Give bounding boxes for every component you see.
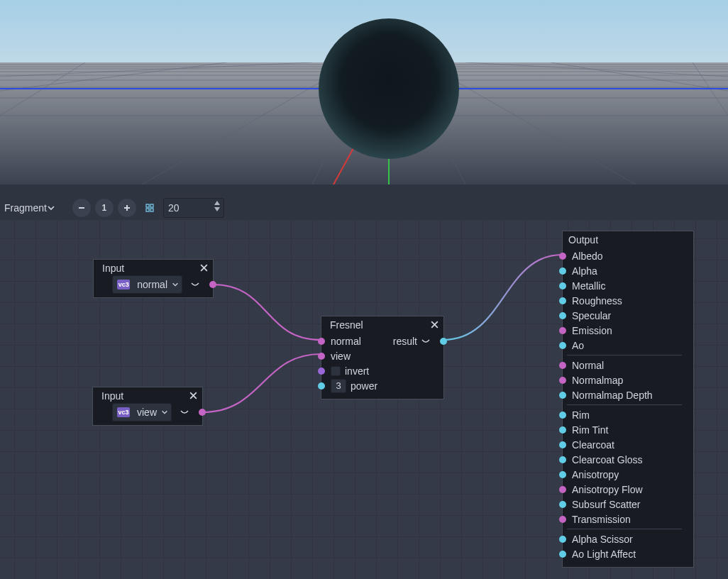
- output-port-row: Ao: [563, 338, 686, 353]
- input-port[interactable]: [559, 536, 566, 543]
- input-port[interactable]: [559, 471, 566, 478]
- output-port[interactable]: [199, 409, 206, 416]
- input-port[interactable]: [559, 312, 566, 319]
- grid-step-field[interactable]: 20: [163, 198, 224, 218]
- output-port-row: Normalmap Depth: [563, 387, 686, 402]
- input-variable-dropdown[interactable]: vc3 normal: [112, 275, 182, 294]
- node-close-button[interactable]: [189, 391, 198, 402]
- input-port[interactable]: [559, 297, 566, 304]
- node-close-button[interactable]: [199, 263, 209, 274]
- output-port-row: Specular: [563, 308, 686, 323]
- input-port[interactable]: [559, 551, 566, 558]
- output-port-row: Ao Light Affect: [563, 546, 686, 561]
- port-label: Rim Tint: [572, 424, 608, 436]
- node-graph[interactable]: Input vc3 normal Input v: [0, 220, 728, 579]
- invert-checkbox[interactable]: [331, 366, 341, 376]
- plus-icon: [123, 204, 131, 212]
- close-icon: [189, 391, 198, 400]
- port-label: power: [351, 380, 377, 392]
- close-icon: [430, 320, 439, 329]
- output-port-result[interactable]: [440, 338, 447, 345]
- input-port[interactable]: [559, 441, 566, 448]
- port-expand-icon[interactable]: [180, 408, 189, 417]
- input-port-view[interactable]: [318, 353, 325, 360]
- port-label: result: [393, 336, 417, 347]
- node-title: Output: [568, 234, 598, 246]
- preview-sphere: [319, 18, 459, 159]
- output-port-row: Rim: [563, 407, 686, 422]
- output-port-row: Albedo: [563, 248, 686, 263]
- port-label: Ao: [572, 340, 584, 351]
- grid-step-value: 20: [168, 202, 180, 214]
- output-port-row: Alpha Scissor: [563, 531, 686, 546]
- snap-toggle-button[interactable]: [140, 199, 159, 217]
- port-label: normal: [331, 336, 393, 347]
- output-port-row: Anisotropy Flow: [563, 482, 686, 497]
- separator: [567, 355, 682, 355]
- input-port-normal[interactable]: [318, 338, 325, 345]
- shader-type-dropdown[interactable]: Fragment: [0, 199, 60, 217]
- port-label: Subsurf Scatter: [572, 499, 641, 510]
- vec3-chip-icon: vc3: [117, 407, 130, 417]
- graph-toolbar: Fragment 1 20: [0, 196, 728, 220]
- input-variable-value: normal: [137, 279, 167, 290]
- input-port[interactable]: [559, 392, 566, 399]
- input-port[interactable]: [559, 362, 566, 369]
- output-port-row: Emission: [563, 323, 686, 338]
- node-fresnel[interactable]: Fresnel normal result view invert 3: [321, 316, 444, 399]
- node-output[interactable]: Output AlbedoAlphaMetallicRoughnessSpecu…: [562, 231, 694, 568]
- port-label: Anisotropy Flow: [572, 484, 643, 495]
- output-port-row: Normal: [563, 358, 686, 373]
- input-port[interactable]: [559, 327, 566, 334]
- shader-type-label: Fragment: [4, 202, 47, 214]
- port-label: Albedo: [572, 250, 603, 262]
- port-label: Rim: [572, 409, 590, 421]
- port-label: Ao Light Affect: [572, 548, 636, 560]
- output-port-row: Clearcoat: [563, 437, 686, 452]
- port-label: Roughness: [572, 295, 622, 307]
- input-port[interactable]: [559, 501, 566, 508]
- output-port-row: Roughness: [563, 293, 686, 308]
- input-port[interactable]: [559, 426, 566, 434]
- output-port-row: Anisotropy: [563, 467, 686, 482]
- port-expand-icon[interactable]: [421, 337, 430, 346]
- power-field[interactable]: 3: [331, 379, 346, 393]
- input-port[interactable]: [559, 412, 566, 419]
- input-port[interactable]: [559, 282, 566, 290]
- port-label: view: [331, 351, 351, 362]
- port-label: invert: [345, 365, 369, 377]
- input-port[interactable]: [559, 342, 566, 349]
- input-port[interactable]: [559, 516, 566, 523]
- node-title: Input: [102, 263, 124, 274]
- spinner-arrows-icon[interactable]: [214, 200, 221, 212]
- input-port[interactable]: [559, 377, 566, 384]
- node-title: Input: [101, 390, 123, 402]
- node-input-normal[interactable]: Input vc3 normal: [93, 259, 214, 298]
- port-label: Emission: [572, 325, 612, 336]
- input-variable-dropdown[interactable]: vc3 view: [112, 403, 172, 421]
- input-port[interactable]: [559, 268, 566, 275]
- zoom-in-button[interactable]: [118, 199, 136, 217]
- separator: [567, 529, 682, 529]
- input-port[interactable]: [559, 486, 566, 493]
- input-variable-value: view: [137, 407, 157, 418]
- zoom-out-button[interactable]: [72, 199, 91, 217]
- viewport-3d[interactable]: [0, 0, 728, 184]
- node-close-button[interactable]: [430, 320, 439, 331]
- grid-snap-icon: [144, 202, 155, 214]
- node-input-view[interactable]: Input vc3 view: [92, 387, 203, 426]
- input-port-power[interactable]: [318, 382, 325, 390]
- output-port-row: Clearcoat Gloss: [563, 452, 686, 467]
- chevron-down-icon: [47, 204, 55, 212]
- port-label: Clearcoat Gloss: [572, 454, 643, 465]
- output-port[interactable]: [209, 281, 216, 288]
- input-port-invert[interactable]: [318, 368, 325, 375]
- zoom-reset-button[interactable]: 1: [95, 199, 114, 217]
- port-label: Normal: [572, 360, 604, 371]
- port-expand-icon[interactable]: [191, 280, 199, 289]
- input-port[interactable]: [559, 253, 566, 260]
- close-icon: [199, 263, 209, 272]
- input-port[interactable]: [559, 456, 566, 463]
- port-label: Metallic: [572, 280, 605, 292]
- node-title: Fresnel: [330, 319, 363, 331]
